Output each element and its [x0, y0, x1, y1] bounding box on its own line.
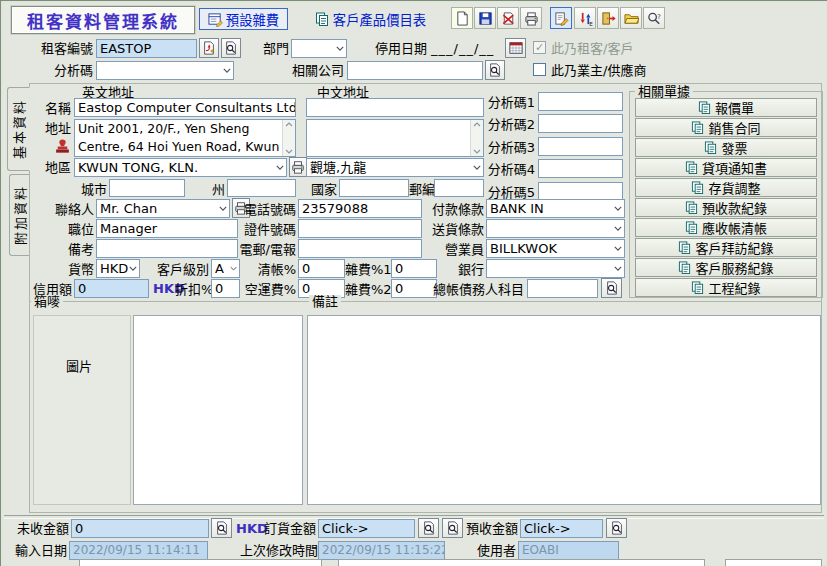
picture-box[interactable]: 圖片: [33, 315, 131, 505]
chevron-down-icon: [230, 266, 237, 271]
district-print-button[interactable]: [289, 157, 307, 177]
new-record-button[interactable]: [451, 7, 473, 29]
position-field[interactable]: Manager: [96, 219, 238, 238]
misc-fee1-label: 雜費%1: [345, 263, 389, 277]
copy-doc-icon: [691, 181, 704, 194]
stamp-icon[interactable]: [54, 139, 71, 157]
gl-debtor-field[interactable]: [527, 279, 598, 298]
clipped-panel: [725, 559, 822, 566]
doc-button-customer-service-records[interactable]: 客戶服務紀錄: [635, 258, 817, 277]
transfer-button[interactable]: [574, 7, 596, 29]
country-field[interactable]: [339, 179, 409, 197]
english-address-field[interactable]: Unit 2001, 20/F., Yen Sheng Centre, 64 H…: [74, 119, 296, 157]
analysis-code4-field[interactable]: [538, 159, 623, 178]
settle-pct-field[interactable]: 0: [298, 259, 345, 278]
calendar-button[interactable]: [505, 38, 526, 58]
remark-field[interactable]: [96, 239, 238, 258]
discount-field[interactable]: 0: [211, 279, 240, 298]
gl-debtor-preview-button[interactable]: [601, 278, 622, 298]
state-field[interactable]: [227, 179, 296, 197]
outstanding-preview-button[interactable]: [211, 518, 232, 538]
city-field[interactable]: [109, 179, 185, 197]
is-owner-supplier-label: 此乃業主/供應商: [551, 64, 646, 78]
is-owner-supplier-checkbox[interactable]: [533, 63, 546, 76]
picture-label: 圖片: [66, 360, 92, 374]
preset-misc-fees-label: 預設雜費: [226, 10, 279, 29]
search-button[interactable]: [643, 7, 665, 29]
customer-grade-select[interactable]: A: [211, 259, 240, 278]
analysis-code-select[interactable]: [96, 61, 234, 80]
address-scrollbar[interactable]: [282, 120, 295, 156]
prepaid-preview-button[interactable]: [606, 518, 627, 538]
remark-label: 備考: [34, 243, 94, 257]
doc-button-quotation[interactable]: 報價單: [635, 98, 817, 117]
contact-select[interactable]: Mr. Chan: [96, 199, 230, 218]
payment-terms-select[interactable]: BANK IN: [486, 199, 625, 218]
exit-button[interactable]: [597, 7, 619, 29]
order-amount-field[interactable]: Click->: [318, 519, 415, 538]
preview-icon: [605, 281, 619, 295]
analysis-code3-field[interactable]: [538, 137, 623, 156]
scroll-down-icon[interactable]: [473, 149, 481, 154]
tab-basic-info[interactable]: 基本資料: [7, 87, 30, 171]
zip-field[interactable]: [434, 179, 484, 197]
chevron-down-icon: [276, 165, 284, 170]
remarks-textarea[interactable]: [307, 315, 821, 505]
save-button[interactable]: [474, 7, 496, 29]
tenant-rename-button[interactable]: [199, 38, 219, 58]
related-company-field[interactable]: [347, 61, 483, 80]
order-amount-preview-button-1[interactable]: [418, 518, 439, 538]
edit-note-button[interactable]: [550, 7, 572, 29]
tenant-code-field[interactable]: EASTOP: [96, 39, 197, 58]
bank-select[interactable]: [486, 259, 625, 278]
delivery-terms-select[interactable]: [486, 219, 625, 238]
doc-button-prepayment-records[interactable]: 預收款紀錄: [635, 198, 817, 217]
scroll-up-icon[interactable]: [473, 122, 481, 127]
chevron-down-icon: [473, 165, 481, 170]
department-select[interactable]: [291, 39, 347, 58]
doc-button-invoice[interactable]: 發票: [635, 138, 817, 157]
doc-button-ar-settlement[interactable]: 應收帳清帳: [635, 218, 817, 237]
chevron-down-icon: [614, 246, 622, 251]
order-amount-preview-button-2[interactable]: [442, 518, 463, 538]
english-district-select[interactable]: KWUN TONG, KLN.: [74, 158, 287, 177]
doc-button-project-records[interactable]: 工程紀錄: [635, 278, 817, 297]
box-mark-textarea[interactable]: [133, 315, 303, 505]
scroll-up-icon[interactable]: [285, 122, 293, 127]
chinese-district-select[interactable]: 觀塘,九龍: [306, 158, 484, 177]
chinese-name-field[interactable]: [306, 98, 484, 117]
box-mark-label: 箱嘜: [31, 295, 63, 308]
print-button[interactable]: [520, 7, 542, 29]
exit-door-icon: [601, 11, 616, 26]
phone-field[interactable]: 23579088: [298, 199, 422, 218]
prepaid-amount-field[interactable]: Click->: [520, 519, 603, 538]
edit-note-icon: [554, 11, 569, 26]
analysis-code5-label: 分析碼5: [487, 186, 535, 200]
tenant-preview-button[interactable]: [221, 38, 241, 58]
scroll-down-icon[interactable]: [285, 149, 293, 154]
doc-button-credit-note[interactable]: 貸項通知書: [635, 158, 817, 177]
doc-button-stock-adjustment[interactable]: 存貨調整: [635, 178, 817, 197]
customer-grade-label: 客戶級別: [153, 263, 209, 277]
disable-date-field[interactable]: ___/__/__: [431, 42, 494, 56]
transfer-icon: [578, 11, 593, 26]
chinese-address-field[interactable]: [306, 119, 484, 157]
delete-button[interactable]: [497, 7, 519, 29]
credit-limit-field[interactable]: 0: [74, 279, 149, 298]
currency-select[interactable]: HKD: [96, 259, 140, 278]
open-folder-button[interactable]: [620, 7, 642, 29]
id-doc-field[interactable]: [298, 219, 422, 238]
doc-button-sales-contract[interactable]: 銷售合同: [635, 118, 817, 137]
related-company-preview-button[interactable]: [485, 60, 505, 80]
email-field[interactable]: [298, 239, 422, 258]
analysis-code3-label: 分析碼3: [487, 141, 535, 155]
doc-button-customer-visit-records[interactable]: 客戶拜訪紀錄: [635, 238, 817, 257]
analysis-code2-field[interactable]: [538, 114, 623, 133]
tab-additional-info[interactable]: 附加資料: [9, 174, 29, 256]
english-name-field[interactable]: Eastop Computer Consultants Ltd.: [74, 98, 296, 117]
customer-product-price-list-button[interactable]: 客戶產品價目表: [293, 8, 448, 30]
address-scrollbar[interactable]: [470, 120, 483, 156]
salesman-select[interactable]: BILLKWOK: [486, 239, 625, 258]
preset-misc-fees-button[interactable]: 預設雜費: [199, 8, 288, 30]
analysis-code1-field[interactable]: [538, 92, 623, 111]
